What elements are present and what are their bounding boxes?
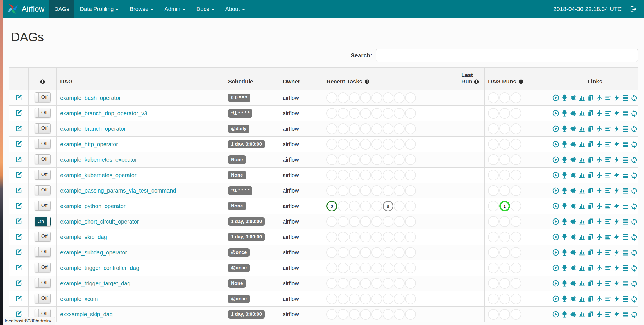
edit-dag-button[interactable]	[15, 248, 22, 256]
refresh-link[interactable]	[631, 187, 638, 194]
code-view-link[interactable]	[613, 187, 620, 194]
edit-dag-button[interactable]	[15, 295, 22, 302]
dag-pause-toggle[interactable]: Off	[35, 294, 51, 303]
graph-view-link[interactable]	[570, 249, 577, 256]
dag-pause-toggle[interactable]: On	[35, 217, 51, 226]
refresh-link[interactable]	[631, 264, 638, 272]
dag-pause-toggle[interactable]: Off	[35, 278, 51, 288]
nav-item-browse[interactable]: Browse	[124, 0, 159, 18]
graph-view-link[interactable]	[570, 110, 577, 117]
gantt-view-link[interactable]	[604, 233, 612, 241]
graph-view-link[interactable]	[570, 311, 577, 318]
landing-times-link[interactable]	[596, 187, 603, 194]
trigger-dag-link[interactable]	[552, 171, 559, 179]
refresh-link[interactable]	[631, 280, 638, 287]
graph-view-link[interactable]	[570, 264, 577, 272]
gantt-view-link[interactable]	[604, 311, 612, 318]
task-tries-link[interactable]	[587, 187, 594, 194]
dag-pause-toggle[interactable]: Off	[35, 263, 51, 272]
task-duration-link[interactable]	[578, 110, 586, 117]
gantt-view-link[interactable]	[604, 187, 612, 194]
dag-details-link[interactable]	[622, 233, 629, 241]
nav-item-data-profiling[interactable]: Data Profiling	[74, 0, 124, 18]
dag-details-link[interactable]	[622, 187, 629, 194]
refresh-link[interactable]	[631, 218, 638, 225]
tree-view-link[interactable]	[561, 295, 568, 303]
dag-pause-toggle[interactable]: Off	[35, 170, 51, 179]
gantt-view-link[interactable]	[604, 171, 612, 179]
dag-link[interactable]: example_kubernetes_operator	[60, 172, 136, 178]
edit-dag-button[interactable]	[15, 264, 22, 271]
refresh-link[interactable]	[631, 233, 638, 241]
dag-link[interactable]: example_passing_params_via_test_command	[60, 188, 176, 194]
landing-times-link[interactable]	[596, 156, 603, 163]
landing-times-link[interactable]	[596, 218, 603, 225]
task-tries-link[interactable]	[587, 280, 594, 287]
edit-dag-button[interactable]	[15, 155, 22, 163]
landing-times-link[interactable]	[596, 125, 603, 132]
dag-details-link[interactable]	[622, 311, 629, 318]
dag-pause-toggle[interactable]: Off	[35, 139, 51, 148]
refresh-link[interactable]	[631, 171, 638, 179]
code-view-link[interactable]	[613, 125, 620, 132]
trigger-dag-link[interactable]	[552, 125, 559, 132]
task-duration-link[interactable]	[578, 171, 586, 179]
task-tries-link[interactable]	[587, 233, 594, 241]
landing-times-link[interactable]	[596, 264, 603, 272]
dag-details-link[interactable]	[622, 249, 629, 256]
graph-view-link[interactable]	[570, 295, 577, 303]
trigger-dag-link[interactable]	[552, 264, 559, 272]
task-duration-link[interactable]	[578, 218, 586, 225]
dag-pause-toggle[interactable]: Off	[35, 92, 51, 102]
gantt-view-link[interactable]	[604, 94, 612, 101]
tree-view-link[interactable]	[561, 156, 568, 163]
task-tries-link[interactable]	[587, 156, 594, 163]
refresh-link[interactable]	[631, 141, 638, 148]
dag-pause-toggle[interactable]: Off	[35, 123, 51, 133]
nav-item-docs[interactable]: Docs	[191, 0, 220, 18]
refresh-link[interactable]	[631, 249, 638, 256]
task-duration-link[interactable]	[578, 264, 586, 272]
tree-view-link[interactable]	[561, 249, 568, 256]
trigger-dag-link[interactable]	[552, 202, 559, 210]
trigger-dag-link[interactable]	[552, 233, 559, 241]
dag-link[interactable]: example_bash_operator	[60, 95, 121, 101]
task-duration-link[interactable]	[578, 311, 586, 318]
dag-link[interactable]: example_trigger_controller_dag	[60, 265, 139, 271]
tree-view-link[interactable]	[561, 233, 568, 241]
edit-dag-button[interactable]	[15, 217, 22, 225]
dag-link[interactable]: example_short_circuit_operator	[60, 218, 139, 225]
code-view-link[interactable]	[613, 202, 620, 210]
tree-view-link[interactable]	[561, 94, 568, 101]
trigger-dag-link[interactable]	[552, 187, 559, 194]
trigger-dag-link[interactable]	[552, 280, 559, 287]
code-view-link[interactable]	[613, 295, 620, 303]
task-tries-link[interactable]	[587, 218, 594, 225]
tree-view-link[interactable]	[561, 187, 568, 194]
dag-details-link[interactable]	[622, 141, 629, 148]
task-duration-link[interactable]	[578, 187, 586, 194]
trigger-dag-link[interactable]	[552, 141, 559, 148]
task-tries-link[interactable]	[587, 94, 594, 101]
code-view-link[interactable]	[613, 264, 620, 272]
graph-view-link[interactable]	[570, 141, 577, 148]
graph-view-link[interactable]	[570, 156, 577, 163]
graph-view-link[interactable]	[570, 218, 577, 225]
search-input[interactable]	[376, 49, 638, 62]
code-view-link[interactable]	[613, 249, 620, 256]
dag-link[interactable]: example_kubernetes_executor	[60, 157, 137, 163]
refresh-link[interactable]	[631, 202, 638, 210]
task-duration-link[interactable]	[578, 94, 586, 101]
task-tries-link[interactable]	[587, 141, 594, 148]
dag-link[interactable]: exxxample_skip_dag	[60, 311, 113, 317]
tree-view-link[interactable]	[561, 202, 568, 210]
task-tries-link[interactable]	[587, 125, 594, 132]
graph-view-link[interactable]	[570, 94, 577, 101]
trigger-dag-link[interactable]	[552, 156, 559, 163]
graph-view-link[interactable]	[570, 187, 577, 194]
graph-view-link[interactable]	[570, 125, 577, 132]
dag-link[interactable]: example_xcom	[60, 296, 98, 302]
dag-link[interactable]: example_trigger_target_dag	[60, 280, 130, 286]
dag-link[interactable]: example_branch_operator	[60, 126, 126, 132]
recent-task-circle[interactable]: 3	[326, 201, 337, 211]
